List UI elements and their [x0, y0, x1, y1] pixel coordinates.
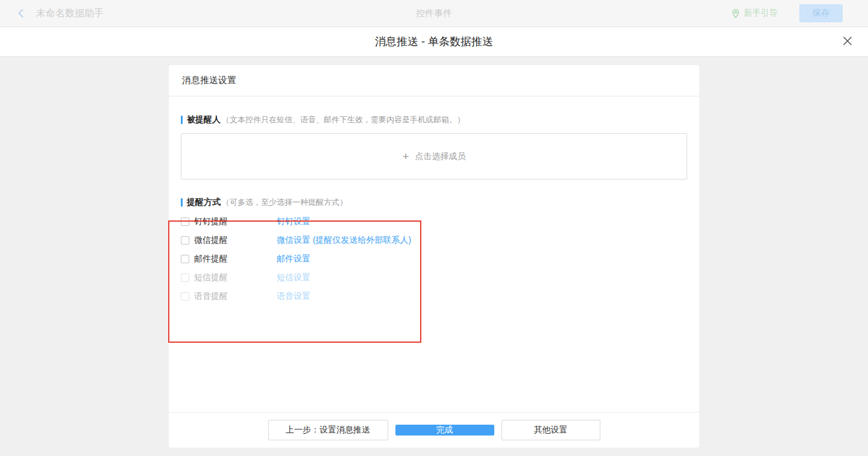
recipients-section-title: 被提醒人 （文本控件只在短信、语音、邮件下生效，需要内容是手机或邮箱。） — [181, 96, 687, 125]
message-push-settings-card: 消息推送设置 被提醒人 （文本控件只在短信、语音、邮件下生效，需要内容是手机或邮… — [169, 65, 699, 448]
method-row-wechat: 微信提醒 微信设置 (提醒仅发送给外部联系人) — [181, 231, 687, 249]
method-row-email: 邮件提醒 邮件设置 — [181, 249, 687, 268]
done-button[interactable]: 完成 — [395, 425, 494, 436]
methods-label: 提醒方式 — [187, 197, 221, 208]
sms-reminder-label: 短信提醒 — [194, 272, 277, 283]
voice-settings-link: 语音设置 — [277, 291, 310, 302]
voice-reminder-checkbox — [181, 292, 189, 301]
plus-icon: + — [402, 151, 409, 162]
section-marker — [181, 116, 183, 124]
dingtalk-reminder-checkbox[interactable] — [181, 217, 189, 226]
email-reminder-checkbox[interactable] — [181, 255, 189, 263]
dingtalk-settings-link[interactable]: 钉钉设置 — [277, 216, 310, 227]
sms-settings-link: 短信设置 — [277, 272, 310, 283]
modal-body: 消息推送设置 被提醒人 （文本控件只在短信、语音、邮件下生效，需要内容是手机或邮… — [0, 57, 868, 456]
save-button[interactable]: 保存 — [799, 4, 843, 22]
method-row-sms: 短信提醒 短信设置 — [181, 268, 687, 287]
recipients-hint: （文本控件只在短信、语音、邮件下生效，需要内容是手机或邮箱。） — [222, 114, 465, 125]
dingtalk-reminder-label: 钉钉提醒 — [194, 216, 277, 227]
member-picker[interactable]: + 点击选择成员 — [181, 133, 687, 180]
card-footer: 上一步：设置消息推送 完成 其他设置 — [169, 412, 699, 448]
wechat-reminder-label: 微信提醒 — [194, 235, 277, 246]
email-settings-link[interactable]: 邮件设置 — [277, 254, 310, 264]
method-rows: 钉钉提醒 钉钉设置 微信提醒 微信设置 (提醒仅发送给外部联系人) 邮件提醒 邮… — [181, 212, 687, 305]
methods-section-title: 提醒方式 （可多选，至少选择一种提醒方式） — [181, 180, 687, 208]
close-icon — [841, 35, 854, 49]
app-title: 未命名数据助手 — [36, 7, 104, 20]
section-marker — [181, 198, 183, 207]
topbar: 未命名数据助手 控件事件 新手引导 保存 — [0, 0, 868, 27]
recipients-label: 被提醒人 — [187, 114, 221, 125]
card-title: 消息推送设置 — [169, 65, 699, 96]
methods-hint: （可多选，至少选择一种提醒方式） — [222, 197, 347, 208]
location-pin-icon — [731, 8, 740, 19]
beginner-guide-label: 新手引导 — [744, 8, 778, 19]
email-reminder-label: 邮件提醒 — [194, 254, 277, 264]
beginner-guide-link[interactable]: 新手引导 — [731, 8, 778, 19]
modal-title: 消息推送 - 单条数据推送 — [375, 34, 493, 49]
close-button[interactable] — [840, 34, 855, 49]
wechat-reminder-checkbox[interactable] — [181, 236, 189, 245]
sms-reminder-checkbox — [181, 273, 189, 282]
other-settings-button[interactable]: 其他设置 — [502, 420, 600, 440]
member-picker-label: 点击选择成员 — [415, 151, 466, 162]
back-icon[interactable] — [16, 8, 27, 19]
wechat-settings-link[interactable]: 微信设置 (提醒仅发送给外部联系人) — [277, 235, 411, 246]
voice-reminder-label: 语音提醒 — [194, 291, 277, 302]
method-row-voice: 语音提醒 语音设置 — [181, 287, 687, 305]
method-row-dingtalk: 钉钉提醒 钉钉设置 — [181, 212, 687, 231]
previous-step-button[interactable]: 上一步：设置消息推送 — [268, 420, 388, 440]
modal-header: 消息推送 - 单条数据推送 — [0, 27, 868, 57]
